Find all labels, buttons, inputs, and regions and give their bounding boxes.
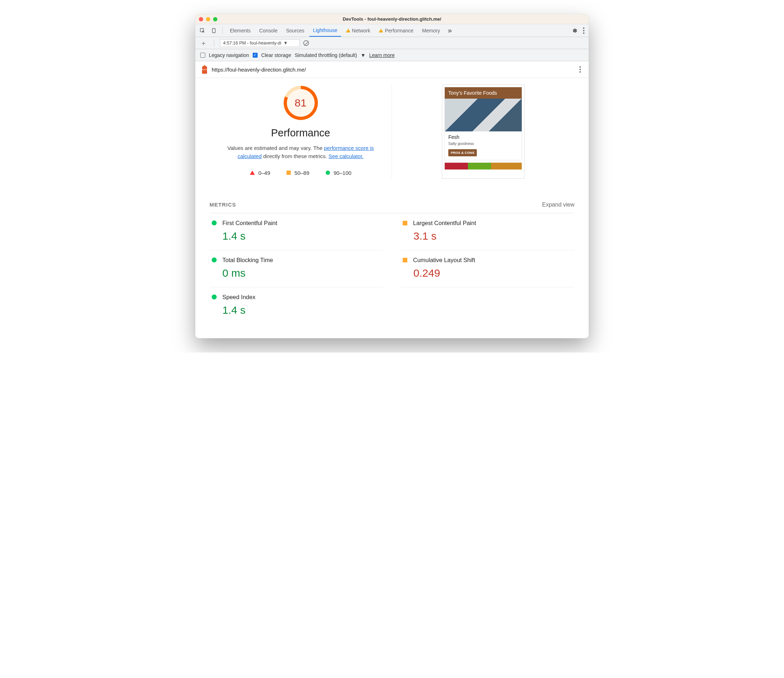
tab-performance-label: Performance [385,28,413,33]
pass-icon [212,221,217,225]
page-thumbnail: Tony's Favorite Foods Fesh Salty goodnes… [442,84,525,179]
tab-network[interactable]: Network [343,25,374,36]
metric-label: Cumulative Layout Shift [413,257,475,263]
pass-icon [326,171,330,175]
average-icon [403,221,407,225]
category-title: Performance [271,127,330,139]
pass-icon [212,294,217,300]
minimize-dot[interactable] [206,17,210,21]
thumb-header: Tony's Favorite Foods [445,87,522,99]
lighthouse-icon [201,65,208,74]
thumb-title: Fesh [448,134,518,140]
metric-tbt[interactable]: Total Blocking Time 0 ms [210,250,383,288]
metric-value: 1.4 s [222,230,383,242]
score-legend: 0–49 50–89 90–100 [250,170,351,176]
titlebar: DevTools - foul-heavenly-direction.glitc… [195,14,589,24]
chevron-down-icon: ▼ [283,40,288,45]
audited-url: https://foul-heavenly-direction.glitch.m… [212,67,306,73]
metrics-title: METRICS [210,202,236,208]
metric-label: Total Blocking Time [222,257,273,263]
gauge-column: 81 Performance Values are estimated and … [210,84,392,179]
average-icon [287,171,291,175]
tab-memory[interactable]: Memory [418,25,444,36]
average-icon [403,258,407,263]
report-body: 81 Performance Values are estimated and … [195,78,589,338]
metric-cls[interactable]: Cumulative Layout Shift 0.249 [401,250,574,288]
calculator-link[interactable]: See calculator. [329,153,363,159]
thumb-button: PROS & CONS [448,149,477,156]
metric-lcp[interactable]: Largest Contentful Paint 3.1 s [401,213,574,250]
metric-label: First Contentful Paint [222,220,277,227]
kebab-icon[interactable] [581,25,586,36]
report-kebab-icon[interactable] [577,64,583,75]
report-dropdown-label: 4:57:16 PM - foul-heavenly-di [223,40,281,45]
score-description: Values are estimated and may vary. The p… [222,144,379,160]
score-gauge: 81 [284,86,318,120]
score-value: 81 [295,97,307,109]
metrics-grid: First Contentful Paint 1.4 s Largest Con… [210,213,574,324]
metrics-header: METRICS Expand view [210,179,574,213]
window-title: DevTools - foul-heavenly-direction.glitc… [195,16,589,22]
inspect-icon[interactable] [198,28,207,33]
clear-icon[interactable] [303,40,309,46]
metric-fcp[interactable]: First Contentful Paint 1.4 s [210,213,383,250]
legend-pass: 90–100 [334,170,351,176]
metric-value: 0.249 [413,267,574,279]
divider [222,27,223,34]
metric-value: 0 ms [222,267,383,279]
clear-storage-label: Clear storage [261,52,291,58]
tab-elements[interactable]: Elements [226,25,254,36]
metric-label: Largest Contentful Paint [413,220,476,227]
warning-icon [379,28,383,33]
warning-icon [346,28,350,33]
report-bar: ＋ 4:57:16 PM - foul-heavenly-di ▼ [195,37,589,49]
metric-value: 1.4 s [222,304,383,316]
desc-text-2: directly from these metrics. [262,153,329,159]
window-controls [199,17,217,21]
metric-si[interactable]: Speed Index 1.4 s [210,288,383,324]
new-report-icon[interactable]: ＋ [199,39,208,47]
metric-label: Speed Index [222,294,256,300]
more-tabs-icon[interactable]: » [445,26,455,34]
tab-lighthouse[interactable]: Lighthouse [309,25,341,37]
close-dot[interactable] [199,17,203,21]
panel-tabbar: Elements Console Sources Lighthouse Netw… [195,24,589,37]
thumb-image [445,99,522,131]
device-icon[interactable] [209,28,219,33]
tab-console[interactable]: Console [256,25,281,36]
legacy-checkbox[interactable] [200,53,205,58]
devtools-window: DevTools - foul-heavenly-direction.glitc… [195,14,589,338]
zoom-dot[interactable] [213,17,217,21]
desc-text: Values are estimated and may vary. The [228,145,324,151]
url-row: https://foul-heavenly-direction.glitch.m… [195,61,589,78]
divider [214,39,214,47]
throttling-label: Simulated throttling (default) [295,52,357,58]
learn-more-link[interactable]: Learn more [369,52,395,58]
fail-icon [250,171,255,175]
options-bar: Legacy navigation Clear storage Simulate… [195,49,589,61]
legacy-label: Legacy navigation [209,52,249,58]
clear-storage-checkbox[interactable] [253,53,258,58]
tab-performance[interactable]: Performance [375,25,417,36]
expand-view-toggle[interactable]: Expand view [542,202,574,208]
thumb-next-preview [444,162,522,170]
chevron-down-icon[interactable]: ▼ [361,52,366,58]
tab-network-label: Network [352,28,370,33]
pass-icon [212,257,217,263]
report-dropdown[interactable]: 4:57:16 PM - foul-heavenly-di ▼ [220,39,300,47]
tab-sources[interactable]: Sources [283,25,308,36]
screenshot-column: Tony's Favorite Foods Fesh Salty goodnes… [392,84,574,179]
svg-rect-1 [212,28,215,33]
legend-fail: 0–49 [258,170,270,176]
gear-icon[interactable] [569,28,580,33]
metric-value: 3.1 s [413,230,574,242]
legend-avg: 50–89 [295,170,309,176]
thumb-subtitle: Salty goodness [448,142,518,146]
